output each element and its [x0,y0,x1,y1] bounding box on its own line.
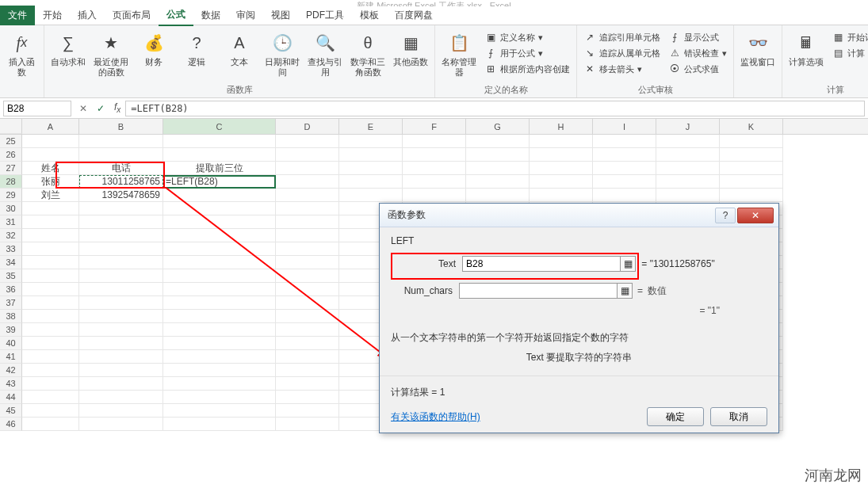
cell-B39[interactable] [79,323,163,337]
cell-A27[interactable]: 姓名 [22,162,79,175]
cell-A30[interactable] [22,202,79,215]
lookup-button[interactable]: 🔍查找与引用 [306,27,344,78]
tab-file[interactable]: 文件 [0,6,35,25]
cell-B43[interactable] [79,377,163,391]
cell-C34[interactable] [163,256,276,269]
cell-B46[interactable] [79,417,163,431]
cell-C41[interactable] [163,350,276,364]
cell-J26[interactable] [656,148,720,162]
cell-E26[interactable] [339,148,403,162]
row-header-25[interactable]: 25 [0,135,22,148]
arg-num-ref-button[interactable]: ▦ [617,283,633,299]
cell-A37[interactable] [22,296,79,310]
cell-D35[interactable] [276,269,339,283]
row-header-30[interactable]: 30 [0,202,22,215]
fx-icon[interactable]: fx [109,101,125,114]
row-header-43[interactable]: 43 [0,377,22,391]
use-in-formula-button[interactable]: ⨍用于公式 ▾ [483,46,572,60]
row-header-31[interactable]: 31 [0,215,22,229]
calc-sheet-button[interactable]: ▤计算 [830,46,868,60]
remove-arrows-button[interactable]: ✕移去箭头 ▾ [582,62,662,76]
row-header-42[interactable]: 42 [0,364,22,377]
cell-D46[interactable] [276,417,339,431]
cell-B32[interactable] [79,229,163,242]
arg-num-input[interactable] [459,283,618,299]
row-header-32[interactable]: 32 [0,229,22,242]
cell-A40[interactable] [22,337,79,350]
cell-D43[interactable] [276,377,339,391]
cell-A31[interactable] [22,215,79,229]
cell-D32[interactable] [276,229,339,242]
cell-D34[interactable] [276,256,339,269]
cell-K27[interactable] [720,162,783,175]
row-header-34[interactable]: 34 [0,256,22,269]
cell-C28[interactable]: =LEFT(B28) [163,175,276,189]
cell-F25[interactable] [403,135,466,148]
col-header-B[interactable]: B [79,119,163,134]
logical-button[interactable]: ?逻辑 [178,27,216,67]
create-from-selection-button[interactable]: ⊞根据所选内容创建 [483,62,572,76]
cell-D41[interactable] [276,350,339,364]
tab-template[interactable]: 模板 [352,6,387,25]
cell-A33[interactable] [22,242,79,256]
cell-D26[interactable] [276,148,339,162]
cell-F29[interactable] [403,189,466,202]
cell-B38[interactable] [79,310,163,323]
row-header-39[interactable]: 39 [0,323,22,337]
cell-G25[interactable] [466,135,530,148]
cell-B37[interactable] [79,296,163,310]
tab-data[interactable]: 数据 [193,6,228,25]
cell-B41[interactable] [79,350,163,364]
cell-B26[interactable] [79,148,163,162]
cell-B45[interactable] [79,404,163,417]
cell-A28[interactable]: 张丽 [22,175,79,189]
financial-button[interactable]: 💰财务 [135,27,173,67]
row-header-36[interactable]: 36 [0,283,22,296]
arg-text-input[interactable] [462,256,621,272]
cell-C42[interactable] [163,364,276,377]
cell-K29[interactable] [720,189,783,202]
cell-H26[interactable] [530,148,593,162]
cell-D25[interactable] [276,135,339,148]
name-manager-button[interactable]: 📋名称管理器 [440,27,478,78]
cell-I26[interactable] [593,148,656,162]
cell-A26[interactable] [22,148,79,162]
cell-D31[interactable] [276,215,339,229]
cell-A35[interactable] [22,269,79,283]
function-help-link[interactable]: 有关该函数的帮助(H) [391,410,480,424]
trace-dependents-button[interactable]: ↘追踪从属单元格 [582,46,662,60]
cell-C40[interactable] [163,337,276,350]
cell-A25[interactable] [22,135,79,148]
cell-E27[interactable] [339,162,403,175]
cancel-button[interactable]: 取消 [710,407,767,426]
ok-button[interactable]: 确定 [647,407,704,426]
cell-J27[interactable] [656,162,720,175]
cell-K28[interactable] [720,175,783,189]
math-button[interactable]: θ数学和三角函数 [349,27,387,78]
cell-C46[interactable] [163,417,276,431]
cell-B28[interactable]: 13011258765 [79,175,163,189]
cell-A29[interactable]: 刘兰 [22,189,79,202]
cell-B44[interactable] [79,391,163,404]
cell-B40[interactable] [79,337,163,350]
row-header-45[interactable]: 45 [0,404,22,417]
cell-I27[interactable] [593,162,656,175]
row-header-40[interactable]: 40 [0,337,22,350]
dialog-titlebar[interactable]: 函数参数 ? ✕ [380,204,778,227]
select-all-corner[interactable] [0,119,22,134]
tab-home[interactable]: 开始 [35,6,70,25]
cell-B33[interactable] [79,242,163,256]
tab-review[interactable]: 审阅 [228,6,263,25]
calc-now-button[interactable]: ▦开始计算 [830,30,868,44]
col-header-I[interactable]: I [593,119,656,134]
cell-A44[interactable] [22,391,79,404]
cell-A43[interactable] [22,377,79,391]
row-header-33[interactable]: 33 [0,242,22,256]
name-box[interactable] [3,101,71,116]
col-header-G[interactable]: G [466,119,530,134]
cell-D38[interactable] [276,310,339,323]
cell-G29[interactable] [466,189,530,202]
col-header-D[interactable]: D [276,119,339,134]
calc-options-button[interactable]: 🖩计算选项 [787,27,825,67]
col-header-J[interactable]: J [656,119,720,134]
